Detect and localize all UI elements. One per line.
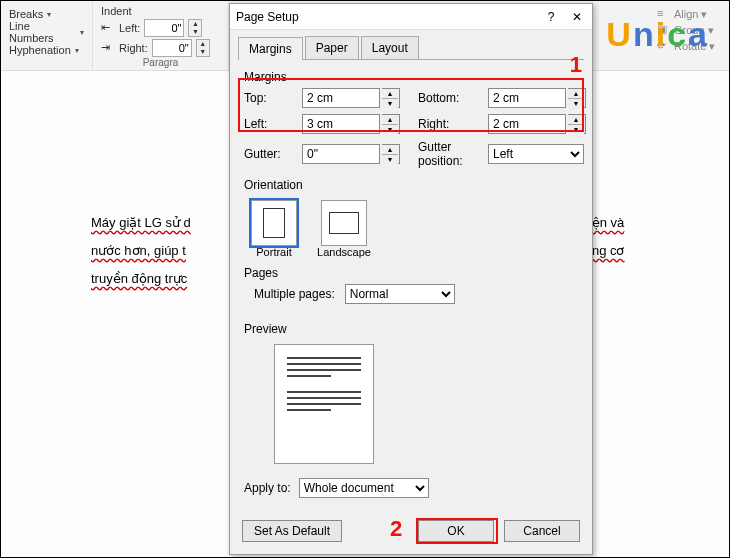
- gutter-input[interactable]: [302, 144, 380, 164]
- paragraph-group-label: Paragra: [93, 57, 228, 68]
- bottom-input[interactable]: [488, 88, 566, 108]
- portrait-icon: [263, 208, 285, 238]
- orientation-label: Orientation: [244, 178, 578, 192]
- indent-label: Indent: [101, 5, 220, 17]
- tab-margins[interactable]: Margins: [238, 37, 303, 60]
- bottom-label: Bottom:: [418, 91, 488, 105]
- line-numbers-menu[interactable]: Line Numbers▾: [9, 23, 84, 41]
- preview-label: Preview: [244, 322, 578, 336]
- left-indent-input[interactable]: [144, 19, 184, 37]
- pages-label: Pages: [244, 266, 578, 280]
- orientation-portrait[interactable]: Portrait: [244, 200, 304, 258]
- top-stepper[interactable]: ▲▼: [382, 88, 400, 108]
- cancel-button[interactable]: Cancel: [504, 520, 580, 542]
- rotate-menu[interactable]: ⟳Rotate▾: [657, 39, 721, 53]
- apply-to-select[interactable]: Whole document: [299, 478, 429, 498]
- group-menu[interactable]: ▣Group▾: [657, 23, 721, 37]
- gutter-pos-label: Gutter position:: [418, 140, 488, 168]
- gutter-pos-select[interactable]: Left: [488, 144, 584, 164]
- left-indent-label: Left:: [119, 22, 140, 34]
- hyphenation-menu[interactable]: Hyphenation▾: [9, 41, 84, 59]
- right-input[interactable]: [488, 114, 566, 134]
- left-input[interactable]: [302, 114, 380, 134]
- dialog-title: Page Setup: [236, 10, 299, 24]
- set-as-default-button[interactable]: Set As Default: [242, 520, 342, 542]
- dialog-tabs: Margins Paper Layout: [238, 36, 584, 60]
- gutter-label: Gutter:: [244, 147, 302, 161]
- multiple-pages-select[interactable]: Normal: [345, 284, 455, 304]
- landscape-icon: [329, 212, 359, 234]
- align-menu[interactable]: ≡Align▾: [657, 7, 721, 21]
- ok-button[interactable]: OK: [418, 520, 494, 542]
- multiple-pages-label: Multiple pages:: [254, 287, 335, 301]
- align-icon: ≡: [657, 7, 671, 21]
- right-indent-stepper[interactable]: ▲▼: [196, 39, 210, 57]
- preview-pane: [274, 344, 374, 464]
- indent-right-icon: ⇥: [101, 41, 115, 55]
- left-label: Left:: [244, 117, 302, 131]
- gutter-stepper[interactable]: ▲▼: [382, 144, 400, 164]
- top-label: Top:: [244, 91, 302, 105]
- group-icon: ▣: [657, 23, 671, 37]
- orientation-landscape[interactable]: Landscape: [314, 200, 374, 258]
- dialog-titlebar[interactable]: Page Setup ? ✕: [230, 4, 592, 30]
- tab-layout[interactable]: Layout: [361, 36, 419, 59]
- indent-left-icon: ⇤: [101, 21, 115, 35]
- tab-paper[interactable]: Paper: [305, 36, 359, 59]
- bottom-stepper[interactable]: ▲▼: [568, 88, 586, 108]
- right-stepper[interactable]: ▲▼: [568, 114, 586, 134]
- rotate-icon: ⟳: [657, 39, 671, 53]
- left-indent-stepper[interactable]: ▲▼: [188, 19, 202, 37]
- right-indent-input[interactable]: [152, 39, 192, 57]
- apply-to-label: Apply to:: [244, 481, 291, 495]
- close-button[interactable]: ✕: [568, 10, 586, 24]
- margins-section-label: Margins: [244, 70, 578, 84]
- page-setup-dialog: Page Setup ? ✕ Margins Paper Layout Marg…: [229, 3, 593, 555]
- right-label: Right:: [418, 117, 488, 131]
- left-stepper[interactable]: ▲▼: [382, 114, 400, 134]
- top-input[interactable]: [302, 88, 380, 108]
- right-indent-label: Right:: [119, 42, 148, 54]
- help-button[interactable]: ?: [542, 10, 560, 24]
